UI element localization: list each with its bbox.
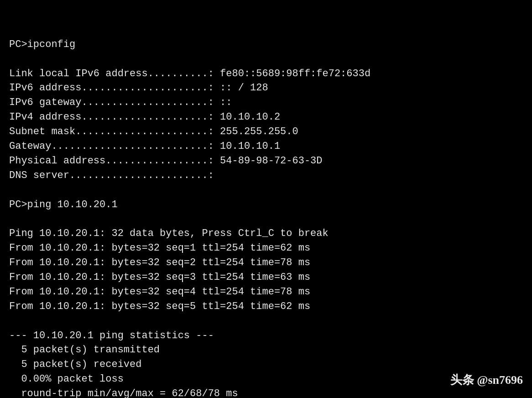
terminal-line: From 10.10.20.1: bytes=32 seq=4 ttl=254 … — [9, 285, 523, 299]
terminal-line: --- 10.10.20.1 ping statistics --- — [9, 329, 523, 343]
terminal-line: From 10.10.20.1: bytes=32 seq=1 ttl=254 … — [9, 241, 523, 256]
terminal-line: From 10.10.20.1: bytes=32 seq=3 ttl=254 … — [9, 270, 523, 285]
terminal-line: Gateway..........................: 10.10… — [9, 139, 523, 154]
terminal-line: Link local IPv6 address..........: fe80:… — [9, 67, 523, 81]
terminal-window: PC>ipconfig Link local IPv6 address.....… — [0, 0, 532, 398]
terminal-line: From 10.10.20.1: bytes=32 seq=5 ttl=254 … — [9, 299, 523, 314]
terminal-line — [9, 183, 523, 198]
terminal-line — [9, 212, 523, 226]
watermark: 头条 @sn7696 — [450, 372, 523, 389]
terminal-line: IPv6 address.....................: :: / … — [9, 81, 523, 95]
terminal-line: 5 packet(s) transmitted — [9, 343, 523, 357]
terminal-line: round-trip min/avg/max = 62/68/78 ms — [9, 387, 523, 398]
terminal-line: From 10.10.20.1: bytes=32 seq=2 ttl=254 … — [9, 256, 523, 270]
terminal-line: Physical address.................: 54-89… — [9, 154, 523, 168]
terminal-line: PC>ping 10.10.20.1 — [9, 198, 523, 212]
terminal-line — [9, 52, 523, 67]
terminal-line: Subnet mask......................: 255.2… — [9, 125, 523, 139]
terminal-line: DNS server.......................: — [9, 168, 523, 183]
terminal-line: IPv6 gateway.....................: :: — [9, 95, 523, 110]
terminal-content: PC>ipconfig Link local IPv6 address.....… — [9, 37, 523, 398]
terminal-line — [9, 314, 523, 329]
terminal-line: IPv4 address.....................: 10.10… — [9, 110, 523, 125]
terminal-line: PC>ipconfig — [9, 37, 523, 52]
terminal-line: Ping 10.10.20.1: 32 data bytes, Press Ct… — [9, 226, 523, 241]
terminal-line: 0.00% packet loss — [9, 372, 523, 387]
terminal-line: 5 packet(s) received — [9, 357, 523, 372]
